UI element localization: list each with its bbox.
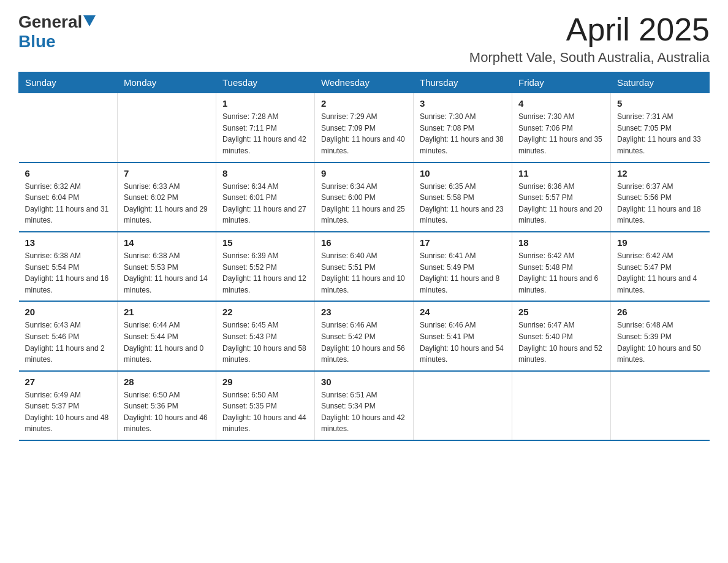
calendar-cell: 18Sunrise: 6:42 AMSunset: 5:48 PMDayligh… — [512, 232, 611, 301]
calendar-cell: 3Sunrise: 7:30 AMSunset: 7:08 PMDaylight… — [414, 93, 512, 163]
day-info: Sunrise: 7:28 AMSunset: 7:11 PMDaylight:… — [222, 111, 308, 156]
day-info: Sunrise: 7:31 AMSunset: 7:05 PMDaylight:… — [617, 111, 703, 156]
calendar-cell: 5Sunrise: 7:31 AMSunset: 7:05 PMDaylight… — [611, 93, 710, 163]
day-number: 15 — [222, 237, 308, 248]
weekday-header: Saturday — [611, 72, 710, 93]
day-number: 24 — [420, 307, 506, 317]
day-number: 30 — [321, 377, 407, 387]
calendar-week-row: 13Sunrise: 6:38 AMSunset: 5:54 PMDayligh… — [19, 232, 710, 301]
page-header: General Blue April 2025 Morphett Vale, S… — [18, 12, 710, 66]
calendar-cell: 21Sunrise: 6:44 AMSunset: 5:44 PMDayligh… — [118, 301, 216, 370]
day-number: 4 — [518, 98, 604, 109]
day-info: Sunrise: 6:36 AMSunset: 5:57 PMDaylight:… — [518, 181, 604, 226]
weekday-header: Wednesday — [315, 72, 414, 93]
day-info: Sunrise: 6:32 AMSunset: 6:04 PMDaylight:… — [25, 181, 112, 226]
calendar-cell: 4Sunrise: 7:30 AMSunset: 7:06 PMDaylight… — [512, 93, 611, 163]
day-info: Sunrise: 6:42 AMSunset: 5:48 PMDaylight:… — [518, 250, 604, 296]
calendar-cell: 24Sunrise: 6:46 AMSunset: 5:41 PMDayligh… — [414, 301, 512, 370]
month-title: April 2025 — [469, 12, 710, 47]
logo-general-text: General — [18, 12, 82, 32]
weekday-header: Monday — [118, 72, 216, 93]
day-info: Sunrise: 6:38 AMSunset: 5:53 PMDaylight:… — [124, 250, 210, 296]
day-number: 9 — [321, 168, 407, 178]
calendar-cell: 27Sunrise: 6:49 AMSunset: 5:37 PMDayligh… — [19, 371, 118, 440]
title-section: April 2025 Morphett Vale, South Australi… — [469, 12, 710, 66]
logo-arrow-icon — [83, 15, 96, 29]
location-title: Morphett Vale, South Australia, Australi… — [469, 50, 710, 66]
day-number: 25 — [518, 307, 604, 317]
calendar-cell: 8Sunrise: 6:34 AMSunset: 6:01 PMDaylight… — [216, 163, 315, 232]
day-number: 2 — [321, 98, 407, 109]
day-info: Sunrise: 6:44 AMSunset: 5:44 PMDaylight:… — [124, 320, 210, 365]
day-number: 16 — [321, 237, 407, 248]
day-info: Sunrise: 7:30 AMSunset: 7:06 PMDaylight:… — [518, 111, 604, 156]
day-info: Sunrise: 6:50 AMSunset: 5:36 PMDaylight:… — [124, 389, 210, 435]
calendar-cell: 30Sunrise: 6:51 AMSunset: 5:34 PMDayligh… — [315, 371, 414, 440]
logo-blue-text: Blue — [18, 32, 56, 51]
calendar-cell — [19, 93, 118, 163]
day-info: Sunrise: 7:29 AMSunset: 7:09 PMDaylight:… — [321, 111, 407, 156]
calendar-cell: 15Sunrise: 6:39 AMSunset: 5:52 PMDayligh… — [216, 232, 315, 301]
day-number: 10 — [420, 168, 506, 178]
day-number: 19 — [617, 237, 703, 248]
day-number: 29 — [222, 377, 308, 387]
day-number: 1 — [222, 98, 308, 109]
day-number: 23 — [321, 307, 407, 317]
day-number: 7 — [124, 168, 210, 178]
calendar-cell: 23Sunrise: 6:46 AMSunset: 5:42 PMDayligh… — [315, 301, 414, 370]
calendar-table: SundayMondayTuesdayWednesdayThursdayFrid… — [18, 72, 710, 441]
calendar-cell — [414, 371, 512, 440]
day-number: 8 — [222, 168, 308, 178]
calendar-cell: 10Sunrise: 6:35 AMSunset: 5:58 PMDayligh… — [414, 163, 512, 232]
day-info: Sunrise: 6:34 AMSunset: 6:01 PMDaylight:… — [222, 181, 308, 226]
day-number: 22 — [222, 307, 308, 317]
calendar-cell: 11Sunrise: 6:36 AMSunset: 5:57 PMDayligh… — [512, 163, 611, 232]
calendar-week-row: 6Sunrise: 6:32 AMSunset: 6:04 PMDaylight… — [19, 163, 710, 232]
weekday-header: Thursday — [414, 72, 512, 93]
day-number: 21 — [124, 307, 210, 317]
day-info: Sunrise: 6:43 AMSunset: 5:46 PMDaylight:… — [25, 320, 112, 365]
weekday-header: Sunday — [19, 72, 118, 93]
day-info: Sunrise: 6:45 AMSunset: 5:43 PMDaylight:… — [222, 320, 308, 365]
svg-marker-0 — [83, 15, 96, 26]
calendar-cell: 2Sunrise: 7:29 AMSunset: 7:09 PMDaylight… — [315, 93, 414, 163]
day-info: Sunrise: 6:41 AMSunset: 5:49 PMDaylight:… — [420, 250, 506, 296]
calendar-cell: 9Sunrise: 6:34 AMSunset: 6:00 PMDaylight… — [315, 163, 414, 232]
calendar-cell — [118, 93, 216, 163]
day-number: 13 — [25, 237, 112, 248]
calendar-cell: 1Sunrise: 7:28 AMSunset: 7:11 PMDaylight… — [216, 93, 315, 163]
calendar-cell: 14Sunrise: 6:38 AMSunset: 5:53 PMDayligh… — [118, 232, 216, 301]
day-info: Sunrise: 6:47 AMSunset: 5:40 PMDaylight:… — [518, 320, 604, 365]
day-number: 28 — [124, 377, 210, 387]
day-info: Sunrise: 6:50 AMSunset: 5:35 PMDaylight:… — [222, 389, 308, 435]
calendar-week-row: 27Sunrise: 6:49 AMSunset: 5:37 PMDayligh… — [19, 371, 710, 440]
day-info: Sunrise: 6:42 AMSunset: 5:47 PMDaylight:… — [617, 250, 703, 296]
day-info: Sunrise: 6:34 AMSunset: 6:00 PMDaylight:… — [321, 181, 407, 226]
day-number: 6 — [25, 168, 112, 178]
weekday-header: Tuesday — [216, 72, 315, 93]
day-number: 14 — [124, 237, 210, 248]
day-info: Sunrise: 6:35 AMSunset: 5:58 PMDaylight:… — [420, 181, 506, 226]
logo-wordmark: General Blue — [18, 12, 96, 52]
calendar-week-row: 1Sunrise: 7:28 AMSunset: 7:11 PMDaylight… — [19, 93, 710, 163]
calendar-cell: 17Sunrise: 6:41 AMSunset: 5:49 PMDayligh… — [414, 232, 512, 301]
day-info: Sunrise: 6:46 AMSunset: 5:41 PMDaylight:… — [420, 320, 506, 365]
day-number: 20 — [25, 307, 112, 317]
calendar-cell — [512, 371, 611, 440]
calendar-cell: 20Sunrise: 6:43 AMSunset: 5:46 PMDayligh… — [19, 301, 118, 370]
day-info: Sunrise: 7:30 AMSunset: 7:08 PMDaylight:… — [420, 111, 506, 156]
calendar-cell: 7Sunrise: 6:33 AMSunset: 6:02 PMDaylight… — [118, 163, 216, 232]
day-number: 11 — [518, 168, 604, 178]
day-number: 26 — [617, 307, 703, 317]
calendar-cell: 28Sunrise: 6:50 AMSunset: 5:36 PMDayligh… — [118, 371, 216, 440]
logo: General Blue — [18, 12, 96, 52]
calendar-cell: 25Sunrise: 6:47 AMSunset: 5:40 PMDayligh… — [512, 301, 611, 370]
day-number: 18 — [518, 237, 604, 248]
day-number: 3 — [420, 98, 506, 109]
calendar-cell: 13Sunrise: 6:38 AMSunset: 5:54 PMDayligh… — [19, 232, 118, 301]
day-info: Sunrise: 6:33 AMSunset: 6:02 PMDaylight:… — [124, 181, 210, 226]
weekday-header: Friday — [512, 72, 611, 93]
calendar-cell: 26Sunrise: 6:48 AMSunset: 5:39 PMDayligh… — [611, 301, 710, 370]
calendar-cell: 19Sunrise: 6:42 AMSunset: 5:47 PMDayligh… — [611, 232, 710, 301]
calendar-cell: 22Sunrise: 6:45 AMSunset: 5:43 PMDayligh… — [216, 301, 315, 370]
